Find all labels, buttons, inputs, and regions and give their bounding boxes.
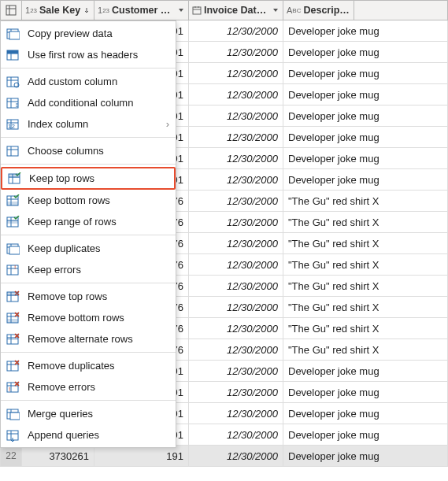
- menu-item-label: Choose columns: [28, 145, 104, 157]
- cell-description[interactable]: Developer joke mug: [283, 446, 448, 467]
- svg-rect-36: [7, 202, 18, 205]
- svg-rect-14: [7, 50, 18, 54]
- menu-item-choose-columns[interactable]: Choose columns: [1, 140, 176, 161]
- cell-description[interactable]: Developer joke mug: [283, 424, 448, 446]
- cell-invoice-date[interactable]: 12/30/2000: [189, 127, 283, 148]
- cell-invoice-date[interactable]: 12/30/2000: [189, 424, 283, 446]
- menu-separator: [1, 400, 176, 401]
- menu-item-add-conditional-col[interactable]: Add conditional column: [1, 92, 176, 113]
- menu-item-keep-bottom[interactable]: Keep bottom rows: [1, 190, 176, 211]
- cell-description[interactable]: Developer joke mug: [283, 105, 448, 127]
- cell-description[interactable]: "The Gu" red shirt X: [283, 276, 448, 297]
- cell-description[interactable]: "The Gu" red shirt X: [283, 297, 448, 318]
- menu-item-first-row-headers[interactable]: Use first row as headers: [1, 44, 176, 65]
- cell-invoice-date[interactable]: 12/30/2000: [189, 63, 283, 84]
- cell-invoice-date[interactable]: 12/30/2000: [189, 233, 283, 254]
- cell-description[interactable]: "The Gu" red shirt X: [283, 212, 448, 233]
- cell-invoice-date[interactable]: 12/30/2000: [189, 382, 283, 403]
- cell-description[interactable]: "The Gu" red shirt X: [283, 191, 448, 212]
- column-label: Customer Key: [112, 5, 177, 16]
- cell-description[interactable]: Developer joke mug: [283, 42, 448, 63]
- cell-customer-key[interactable]: 191: [94, 446, 189, 467]
- remove-dup-icon: [6, 359, 20, 373]
- table-gear-icon: [6, 75, 20, 89]
- menu-item-keep-top[interactable]: Keep top rows: [1, 167, 176, 190]
- column-header-customer-key[interactable]: 123 Customer Key: [94, 0, 189, 20]
- column-header-description[interactable]: ABC Description: [283, 0, 354, 20]
- cell-invoice-date[interactable]: 12/30/2000: [189, 361, 283, 382]
- svg-rect-71: [10, 413, 20, 420]
- dropdown-icon[interactable]: [272, 6, 280, 14]
- cell-description[interactable]: Developer joke mug: [283, 63, 448, 84]
- cell-description[interactable]: "The Gu" red shirt X: [283, 254, 448, 276]
- cell-description[interactable]: Developer joke mug: [283, 84, 448, 105]
- datatype-number-icon: 123: [25, 6, 37, 15]
- column-header-invoice-date[interactable]: Invoice Date Key: [189, 0, 283, 20]
- cell-invoice-date[interactable]: 12/30/2000: [189, 169, 283, 191]
- cell-description[interactable]: "The Gu" red shirt X: [283, 339, 448, 361]
- menu-item-remove-bottom[interactable]: Remove bottom rows: [1, 307, 176, 328]
- svg-rect-60: [7, 338, 18, 340]
- cell-description[interactable]: "The Gu" red shirt X: [283, 318, 448, 339]
- dropdown-icon[interactable]: [177, 6, 185, 14]
- cell-description[interactable]: Developer joke mug: [283, 382, 448, 403]
- cell-invoice-date[interactable]: 12/30/2000: [189, 191, 283, 212]
- cell-description[interactable]: Developer joke mug: [283, 361, 448, 382]
- cell-invoice-date[interactable]: 12/30/2000: [189, 254, 283, 276]
- menu-item-remove-alternate[interactable]: Remove alternate rows: [1, 328, 176, 350]
- cell-invoice-date[interactable]: 12/30/2000: [189, 403, 283, 424]
- table-context-menu: Copy preview dataUse first row as header…: [0, 20, 176, 448]
- cell-invoice-date[interactable]: 12/30/2000: [189, 42, 283, 63]
- cell-description[interactable]: "The Gu" red shirt X: [283, 233, 448, 254]
- menu-item-keep-errors[interactable]: !Keep errors: [1, 259, 176, 280]
- menu-item-label: Keep range of rows: [28, 216, 117, 228]
- menu-item-label: Append queries: [28, 429, 99, 441]
- remove-alt-icon: [6, 332, 20, 346]
- menu-item-merge-queries[interactable]: Merge queries: [1, 403, 176, 424]
- cell-invoice-date[interactable]: 12/30/2000: [189, 446, 283, 467]
- menu-item-append-queries[interactable]: Append queries: [1, 424, 176, 446]
- menu-item-label: Keep duplicates: [28, 242, 101, 254]
- menu-separator: [1, 68, 176, 68]
- menu-separator: [1, 235, 176, 235]
- cell-description[interactable]: Developer joke mug: [283, 403, 448, 424]
- cell-description[interactable]: Developer joke mug: [283, 169, 448, 191]
- svg-text:!: !: [14, 264, 16, 271]
- cell-description[interactable]: Developer joke mug: [283, 148, 448, 169]
- cell-invoice-date[interactable]: 12/30/2000: [189, 105, 283, 127]
- menu-item-label: Copy preview data: [28, 28, 113, 39]
- svg-rect-45: [7, 265, 18, 275]
- column-label: Sale Key: [39, 5, 81, 16]
- cell-description[interactable]: Developer joke mug: [283, 127, 448, 148]
- menu-item-remove-dupes[interactable]: Remove duplicates: [1, 355, 176, 376]
- cell-description[interactable]: Developer joke mug: [283, 20, 448, 42]
- column-header-sale-key[interactable]: 123 Sale Key: [22, 0, 94, 20]
- menu-item-label: Add conditional column: [28, 97, 133, 109]
- table-branch-icon: [6, 96, 20, 110]
- chevron-right-icon: ›: [166, 118, 169, 130]
- menu-item-copy-preview[interactable]: Copy preview data: [1, 23, 176, 44]
- menu-item-remove-errors[interactable]: !Remove errors: [1, 376, 176, 398]
- menu-item-label: Remove errors: [28, 381, 95, 393]
- cell-invoice-date[interactable]: 12/30/2000: [189, 276, 283, 297]
- cell-sale-key[interactable]: 3730261: [22, 446, 94, 467]
- menu-item-keep-range[interactable]: Keep range of rows: [1, 211, 176, 232]
- cell-invoice-date[interactable]: 12/30/2000: [189, 148, 283, 169]
- row-selector-header[interactable]: [0, 0, 22, 20]
- remove-top-icon: [6, 290, 20, 304]
- menu-item-add-custom-col[interactable]: Add custom column: [1, 71, 176, 92]
- menu-item-remove-top[interactable]: Remove top rows: [1, 286, 176, 307]
- cell-invoice-date[interactable]: 12/30/2000: [189, 339, 283, 361]
- menu-item-keep-dupes[interactable]: Keep duplicates: [1, 238, 176, 259]
- menu-item-label: Add custom column: [28, 76, 117, 87]
- keep-dup-icon: [6, 242, 20, 256]
- cell-invoice-date[interactable]: 12/30/2000: [189, 20, 283, 42]
- cell-invoice-date[interactable]: 12/30/2000: [189, 318, 283, 339]
- cell-invoice-date[interactable]: 12/30/2000: [189, 297, 283, 318]
- keep-top-icon: [7, 172, 21, 186]
- menu-item-index-column[interactable]: 12Index column›: [1, 113, 176, 135]
- menu-item-label: Merge queries: [28, 408, 93, 420]
- cell-invoice-date[interactable]: 12/30/2000: [189, 84, 283, 105]
- cell-invoice-date[interactable]: 12/30/2000: [189, 212, 283, 233]
- row-number[interactable]: 22: [0, 446, 22, 467]
